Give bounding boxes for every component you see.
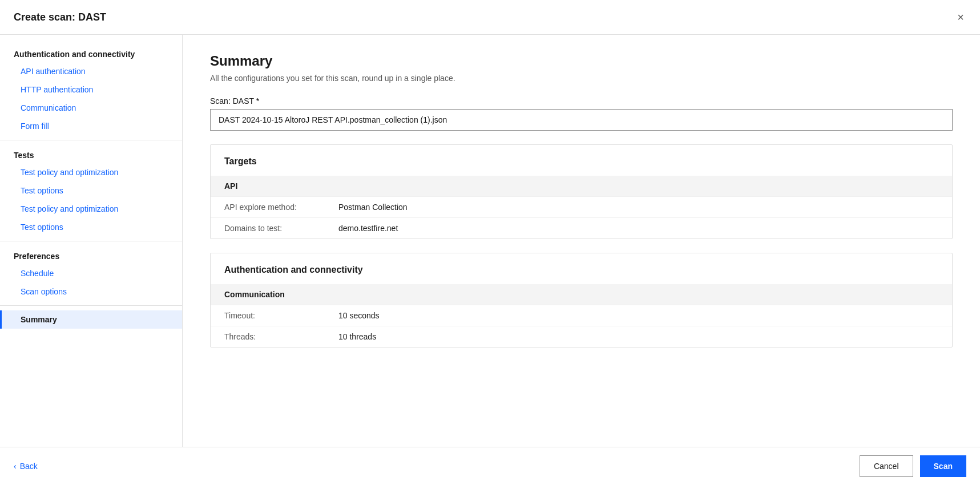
sidebar-item-scan-options[interactable]: Scan options bbox=[0, 282, 182, 301]
modal-header: Create scan: DAST × bbox=[0, 0, 980, 35]
targets-label-1: API explore method: bbox=[224, 203, 338, 212]
auth-row-header: Communication bbox=[211, 284, 952, 305]
modal-title: Create scan: DAST bbox=[14, 11, 106, 23]
cancel-button[interactable]: Cancel bbox=[860, 455, 913, 477]
sidebar-item-test-policy-1[interactable]: Test policy and optimization bbox=[0, 163, 182, 181]
targets-row-1: API explore method: Postman Collection bbox=[211, 196, 952, 217]
sidebar-item-test-options-1[interactable]: Test options bbox=[0, 181, 182, 200]
sidebar-item-communication[interactable]: Communication bbox=[0, 99, 182, 117]
sidebar-section-tests: Tests bbox=[0, 145, 182, 163]
back-button[interactable]: ‹ Back bbox=[14, 462, 38, 471]
targets-row-header: API bbox=[211, 176, 952, 196]
auth-label-1: Timeout: bbox=[224, 311, 338, 320]
auth-card: Authentication and connectivity Communic… bbox=[210, 253, 953, 347]
sidebar-item-schedule[interactable]: Schedule bbox=[0, 264, 182, 282]
sidebar-divider-3 bbox=[0, 305, 182, 306]
footer-actions: Cancel Scan bbox=[860, 455, 966, 477]
sidebar-item-api-auth[interactable]: API authentication bbox=[0, 62, 182, 80]
sidebar-divider-2 bbox=[0, 241, 182, 241]
sidebar: Authentication and connectivity API auth… bbox=[0, 35, 183, 447]
summary-subtitle: All the configurations you set for this … bbox=[210, 74, 953, 83]
sidebar-divider-1 bbox=[0, 140, 182, 140]
auth-row-2: Threads: 10 threads bbox=[211, 326, 952, 347]
targets-label-2: Domains to test: bbox=[224, 224, 338, 233]
targets-row-2: Domains to test: demo.testfire.net bbox=[211, 217, 952, 239]
targets-card-title: Targets bbox=[211, 145, 952, 176]
auth-card-title: Authentication and connectivity bbox=[211, 253, 952, 284]
targets-value-2: demo.testfire.net bbox=[338, 224, 398, 233]
scan-name-input[interactable] bbox=[210, 109, 953, 131]
close-button[interactable]: × bbox=[955, 9, 966, 25]
page-title: Summary bbox=[210, 53, 953, 69]
scan-button[interactable]: Scan bbox=[920, 455, 966, 477]
auth-value-1: 10 seconds bbox=[338, 311, 380, 320]
sidebar-item-test-policy-2[interactable]: Test policy and optimization bbox=[0, 200, 182, 218]
sidebar-section-auth: Authentication and connectivity bbox=[0, 44, 182, 62]
modal-body: Authentication and connectivity API auth… bbox=[0, 35, 980, 447]
back-label: Back bbox=[20, 462, 38, 471]
back-chevron-icon: ‹ bbox=[14, 462, 17, 471]
modal-container: Create scan: DAST × Authentication and c… bbox=[0, 0, 980, 485]
auth-label-2: Threads: bbox=[224, 332, 338, 341]
sidebar-item-http-auth[interactable]: HTTP authentication bbox=[0, 80, 182, 99]
targets-value-1: Postman Collection bbox=[338, 203, 408, 212]
sidebar-item-summary[interactable]: Summary bbox=[0, 310, 182, 329]
main-content: Summary All the configurations you set f… bbox=[183, 35, 980, 447]
modal-footer: ‹ Back Cancel Scan bbox=[0, 447, 980, 485]
auth-row-1: Timeout: 10 seconds bbox=[211, 305, 952, 326]
sidebar-item-form-fill[interactable]: Form fill bbox=[0, 117, 182, 135]
targets-card: Targets API API explore method: Postman … bbox=[210, 144, 953, 239]
sidebar-item-test-options-2[interactable]: Test options bbox=[0, 218, 182, 236]
auth-value-2: 10 threads bbox=[338, 332, 376, 341]
scan-field-label: Scan: DAST * bbox=[210, 96, 953, 106]
sidebar-section-preferences: Preferences bbox=[0, 246, 182, 264]
